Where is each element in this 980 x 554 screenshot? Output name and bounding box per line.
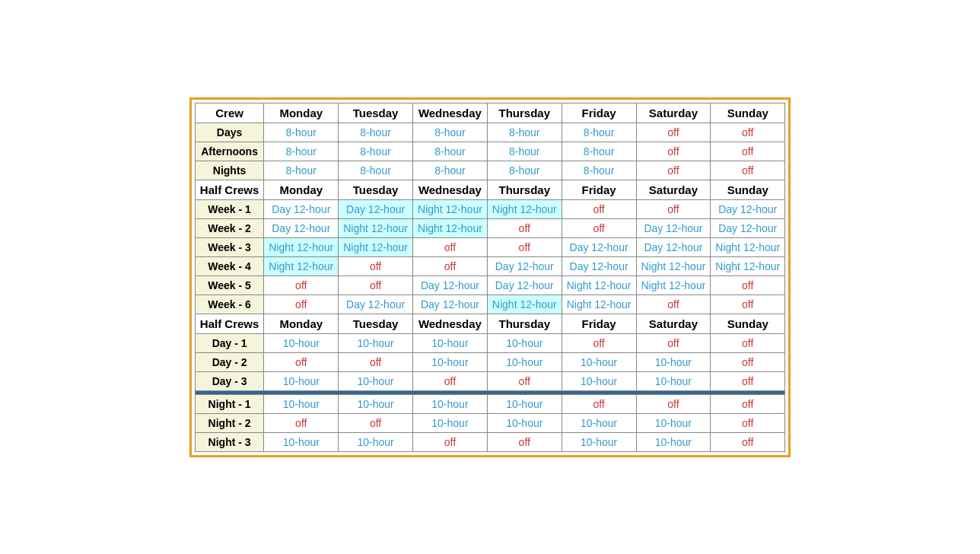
schedule-cell: 10-hour [636,413,711,432]
sub-header-cell: Monday [264,314,339,333]
schedule-cell: 10-hour [264,432,339,451]
schedule-cell: off [636,333,711,352]
schedule-cell: 10-hour [636,432,711,451]
row-label: Day - 1 [195,333,264,352]
table-row: Nights8-hour8-hour8-hour8-hour8-houroffo… [195,161,784,180]
sub-header-cell: Wednesday [413,314,488,333]
table-row: Week - 2Day 12-hourNight 12-hourNight 12… [195,218,784,237]
schedule-cell: off [487,218,562,237]
row-label: Week - 3 [195,237,264,256]
schedule-cell: Day 12-hour [264,199,339,218]
schedule-cell: 10-hour [339,432,413,451]
main-header-row: Crew Monday Tuesday Wednesday Thursday F… [195,103,784,123]
schedule-cell: off [487,237,562,256]
schedule-cell: off [339,275,413,295]
schedule-cell: Night 12-hour [562,295,636,314]
schedule-cell: Day 12-hour [636,237,711,256]
schedule-cell: 8-hour [562,161,636,180]
schedule-cell: 8-hour [562,123,636,142]
schedule-cell: 8-hour [264,161,339,180]
schedule-table: Crew Monday Tuesday Wednesday Thursday F… [195,103,785,452]
table-row: Half CrewsMondayTuesdayWednesdayThursday… [195,314,784,333]
row-label: Week - 5 [195,275,264,295]
sub-header-cell: Half Crews [195,314,264,333]
schedule-cell: off [636,123,711,142]
schedule-cell: Night 12-hour [711,256,785,275]
schedule-container: Crew Monday Tuesday Wednesday Thursday F… [189,97,791,457]
schedule-cell: off [711,413,785,432]
schedule-cell: off [339,352,413,371]
schedule-cell: 10-hour [562,371,636,390]
header-monday: Monday [264,103,339,123]
schedule-cell: off [339,256,413,275]
table-row: Week - 5offoffDay 12-hourDay 12-hourNigh… [195,275,784,295]
schedule-cell: off [636,161,711,180]
header-sunday: Sunday [711,103,785,123]
schedule-cell: off [413,237,488,256]
schedule-cell: Night 12-hour [711,237,785,256]
schedule-cell: Day 12-hour [339,199,413,218]
table-row: Week - 3Night 12-hourNight 12-houroffoff… [195,237,784,256]
schedule-cell: off [562,394,636,413]
sub-header-cell: Sunday [711,180,785,199]
row-label: Days [195,123,264,142]
schedule-cell: 10-hour [413,394,488,413]
table-row: Week - 1Day 12-hourDay 12-hourNight 12-h… [195,199,784,218]
schedule-cell: 10-hour [264,333,339,352]
schedule-cell: off [264,352,339,371]
schedule-cell: off [711,123,785,142]
schedule-cell: off [711,432,785,451]
table-row: Half CrewsMondayTuesdayWednesdayThursday… [195,180,784,199]
schedule-cell: Day 12-hour [487,275,562,295]
schedule-cell: 8-hour [487,123,562,142]
schedule-cell: off [487,432,562,451]
schedule-cell: 8-hour [339,123,413,142]
header-saturday: Saturday [636,103,711,123]
schedule-cell: Night 12-hour [413,218,488,237]
schedule-cell: 10-hour [264,394,339,413]
schedule-cell: off [711,275,785,295]
schedule-cell: off [711,371,785,390]
schedule-cell: off [711,161,785,180]
schedule-cell: Night 12-hour [636,275,711,295]
table-row: Afternoons8-hour8-hour8-hour8-hour8-hour… [195,142,784,161]
sub-header-cell: Thursday [487,314,562,333]
header-thursday: Thursday [487,103,562,123]
schedule-cell: off [264,275,339,295]
schedule-cell: Night 12-hour [562,275,636,295]
schedule-cell: off [562,218,636,237]
schedule-cell: off [487,371,562,390]
schedule-cell: off [264,295,339,314]
schedule-cell: Day 12-hour [562,256,636,275]
row-label: Nights [195,161,264,180]
schedule-cell: 8-hour [562,142,636,161]
row-label: Week - 1 [195,199,264,218]
schedule-cell: off [562,199,636,218]
schedule-cell: off [264,413,339,432]
schedule-cell: off [636,142,711,161]
schedule-cell: 8-hour [264,142,339,161]
table-row: Night - 110-hour10-hour10-hour10-houroff… [195,394,784,413]
schedule-cell: Day 12-hour [264,218,339,237]
schedule-cell: off [562,333,636,352]
schedule-cell: off [711,333,785,352]
schedule-cell: 10-hour [487,352,562,371]
schedule-cell: 8-hour [413,142,488,161]
schedule-cell: off [636,394,711,413]
row-label: Night - 2 [195,413,264,432]
schedule-cell: 10-hour [636,352,711,371]
table-row: Night - 2offoff10-hour10-hour10-hour10-h… [195,413,784,432]
schedule-cell: 10-hour [413,333,488,352]
schedule-cell: off [636,295,711,314]
sub-header-cell: Half Crews [195,180,264,199]
header-friday: Friday [562,103,636,123]
sub-header-cell: Tuesday [339,180,413,199]
schedule-cell: Night 12-hour [264,237,339,256]
schedule-cell: off [711,295,785,314]
schedule-cell: Day 12-hour [562,237,636,256]
schedule-cell: Day 12-hour [487,256,562,275]
schedule-cell: Night 12-hour [636,256,711,275]
schedule-cell: 10-hour [562,432,636,451]
sub-header-cell: Saturday [636,314,711,333]
sub-header-cell: Wednesday [413,180,488,199]
